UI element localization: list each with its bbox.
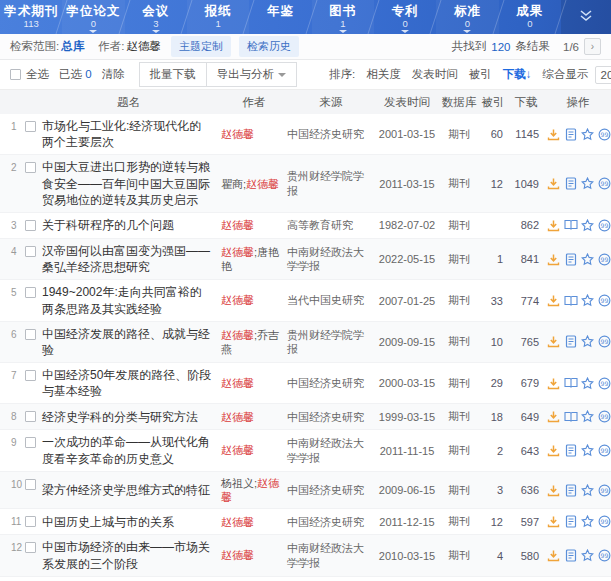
- favorite-star-icon[interactable]: [581, 176, 595, 191]
- database-tab[interactable]: 年鉴: [249, 0, 311, 34]
- cite-quote-icon[interactable]: 99: [597, 514, 611, 529]
- result-title-link[interactable]: 中国经济发展的路径、成就与经验: [42, 326, 213, 358]
- author-link[interactable]: 赵德馨: [221, 516, 254, 528]
- row-checkbox[interactable]: [25, 162, 36, 173]
- sort-option[interactable]: 发表时间: [412, 67, 458, 82]
- row-checkbox[interactable]: [25, 437, 36, 448]
- result-title-link[interactable]: 1949~2002年:走向共同富裕的两条思路及其实践经验: [42, 284, 213, 316]
- author-link[interactable]: 瞿商: [221, 178, 243, 190]
- author-link[interactable]: 赵德馨: [221, 294, 254, 306]
- result-cited-count[interactable]: 4: [479, 550, 507, 562]
- favorite-star-icon[interactable]: [581, 443, 595, 458]
- cite-quote-icon[interactable]: 99: [597, 548, 611, 563]
- book-read-icon[interactable]: [564, 376, 578, 391]
- favorite-star-icon[interactable]: [581, 376, 595, 391]
- row-checkbox[interactable]: [25, 411, 36, 422]
- search-history-button[interactable]: 检索历史: [239, 36, 299, 57]
- database-tab[interactable]: 学术期刊 113: [0, 0, 62, 34]
- author-link[interactable]: 赵德馨: [246, 178, 279, 190]
- favorite-star-icon[interactable]: [581, 127, 595, 142]
- html-read-icon[interactable]: [564, 176, 578, 191]
- html-read-icon[interactable]: [564, 443, 578, 458]
- cite-quote-icon[interactable]: 99: [597, 483, 611, 498]
- html-read-icon[interactable]: [564, 548, 578, 563]
- row-checkbox[interactable]: [25, 287, 36, 298]
- author-link[interactable]: 赵德馨: [221, 246, 254, 258]
- result-cited-count[interactable]: 10: [479, 336, 507, 348]
- next-page-button[interactable]: ›: [584, 38, 601, 55]
- result-source-link[interactable]: 当代中国史研究: [287, 293, 375, 307]
- favorite-star-icon[interactable]: [581, 409, 595, 424]
- result-source-link[interactable]: 中国经济史研究: [287, 376, 375, 390]
- result-cited-count[interactable]: 3: [479, 484, 507, 496]
- result-source-link[interactable]: 高等教育研究: [287, 218, 375, 232]
- favorite-star-icon[interactable]: [581, 514, 595, 529]
- database-tab[interactable]: 学位论文 0: [62, 0, 124, 34]
- row-checkbox[interactable]: [25, 220, 36, 231]
- author-link[interactable]: 赵德馨: [221, 329, 254, 341]
- result-source-link[interactable]: 贵州财经学院学报: [287, 328, 375, 357]
- download-icon[interactable]: [547, 443, 561, 458]
- favorite-star-icon[interactable]: [581, 483, 595, 498]
- row-checkbox[interactable]: [25, 370, 36, 381]
- book-read-icon[interactable]: [564, 293, 578, 308]
- result-source-link[interactable]: 中南财经政法大学学报: [287, 245, 375, 274]
- cite-quote-icon[interactable]: 99: [597, 252, 611, 267]
- favorite-star-icon[interactable]: [581, 293, 595, 308]
- result-title-link[interactable]: 汉帝国何以由富国变为强国——桑弘羊经济思想研究: [42, 243, 213, 275]
- author-link[interactable]: 杨祖义: [221, 477, 254, 489]
- select-all-label[interactable]: 全选: [26, 67, 49, 82]
- result-cited-count[interactable]: 18: [479, 411, 507, 423]
- result-cited-count[interactable]: 12: [479, 178, 507, 190]
- download-icon[interactable]: [547, 548, 561, 563]
- download-icon[interactable]: [547, 293, 561, 308]
- download-icon[interactable]: [547, 176, 561, 191]
- author-link[interactable]: 赵德馨: [221, 444, 254, 456]
- book-read-icon[interactable]: [564, 218, 578, 233]
- cite-quote-icon[interactable]: 99: [597, 376, 611, 391]
- book-read-icon[interactable]: [564, 409, 578, 424]
- favorite-star-icon[interactable]: [581, 252, 595, 267]
- author-link[interactable]: 赵德馨: [221, 549, 254, 561]
- row-checkbox[interactable]: [25, 479, 36, 490]
- row-checkbox[interactable]: [25, 246, 36, 257]
- result-source-link[interactable]: 中国经济史研究: [287, 410, 375, 424]
- batch-download-button[interactable]: 批量下载: [139, 62, 207, 87]
- download-icon[interactable]: [547, 409, 561, 424]
- clear-button[interactable]: 清除: [102, 67, 125, 82]
- database-tab[interactable]: 标准 0: [436, 0, 498, 34]
- database-tab[interactable]: 会议 3: [125, 0, 187, 34]
- result-cited-count[interactable]: 60: [479, 128, 507, 140]
- download-icon[interactable]: [547, 127, 561, 142]
- sort-option[interactable]: 被引: [469, 67, 492, 82]
- database-tab[interactable]: 图书 1: [312, 0, 374, 34]
- result-title-link[interactable]: 中国经济50年发展的路径、阶段与基本经验: [42, 367, 213, 399]
- sort-option[interactable]: 综合: [543, 67, 566, 82]
- cite-quote-icon[interactable]: 99: [597, 176, 611, 191]
- result-cited-count[interactable]: 1: [479, 253, 507, 265]
- more-tabs-button[interactable]: [561, 0, 611, 34]
- export-analyze-button[interactable]: 导出与分析: [207, 62, 298, 87]
- html-read-icon[interactable]: [564, 334, 578, 349]
- author-link[interactable]: 赵德馨: [221, 411, 254, 423]
- row-checkbox[interactable]: [25, 121, 36, 132]
- result-cited-count[interactable]: 2: [479, 445, 507, 457]
- result-cited-count[interactable]: 33: [479, 295, 507, 307]
- topic-custom-button[interactable]: 主题定制: [171, 36, 231, 57]
- favorite-star-icon[interactable]: [581, 218, 595, 233]
- author-link[interactable]: 赵德馨: [221, 377, 254, 389]
- cite-quote-icon[interactable]: 99: [597, 127, 611, 142]
- download-icon[interactable]: [547, 514, 561, 529]
- result-title-link[interactable]: 一次成功的革命——从现代化角度看辛亥革命的历史意义: [42, 434, 213, 466]
- html-read-icon[interactable]: [564, 127, 578, 142]
- download-icon[interactable]: [547, 376, 561, 391]
- author-link[interactable]: 赵德馨: [221, 219, 254, 231]
- cite-quote-icon[interactable]: 99: [597, 293, 611, 308]
- row-checkbox[interactable]: [25, 329, 36, 340]
- result-source-link[interactable]: 中南财经政法大学学报: [287, 541, 375, 570]
- page-size-select[interactable]: 20: [595, 66, 611, 84]
- database-tab[interactable]: 报纸 1: [187, 0, 249, 34]
- result-cited-count[interactable]: 29: [479, 377, 507, 389]
- author-link[interactable]: 赵德馨: [221, 128, 254, 140]
- favorite-star-icon[interactable]: [581, 334, 595, 349]
